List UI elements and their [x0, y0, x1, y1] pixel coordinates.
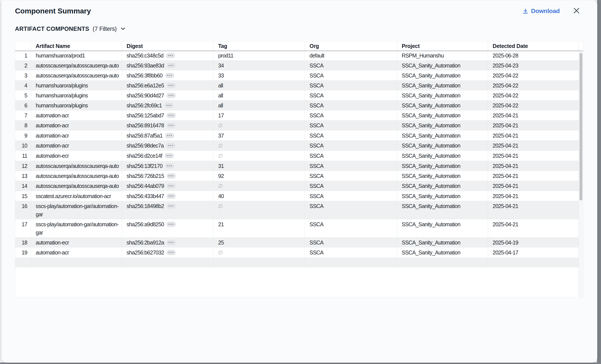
cell-digest: sha256:44ab079··· [122, 181, 213, 191]
download-button[interactable]: Download [522, 8, 560, 15]
cell-project: SSCA_Sanity_Automation [397, 191, 488, 201]
table-row: 9automation-acrsha256:87af5a1···37SSCASS… [15, 131, 579, 141]
cell-digest [122, 258, 213, 267]
digest-expand-button[interactable]: ··· [165, 163, 174, 168]
cell-detected-date: 2025-04-21 [488, 131, 579, 141]
digest-value: sha256:125abd7 [127, 112, 164, 118]
digest-expand-button[interactable]: ··· [167, 113, 176, 118]
digest-value: sha256:44ab079 [127, 183, 164, 189]
digest-expand-button[interactable]: ··· [166, 143, 175, 148]
digest-value: sha256:93ae83d [127, 62, 164, 69]
cell-row-number: 9 [15, 131, 31, 141]
cell-org: SSCA [305, 110, 397, 120]
digest-expand-button[interactable]: ··· [166, 53, 175, 58]
digest-expand-button[interactable]: ··· [167, 250, 176, 255]
cell-tag: ∅ [213, 201, 305, 219]
cell-artifact-name: autosscauserqa/autosscauserqa-auto [31, 70, 122, 80]
component-summary-modal: Component Summary Download [1, 0, 597, 363]
cell-digest: sha256:18498b2··· [122, 201, 213, 219]
cell-project: SSCA_Sanity_Automation [397, 237, 488, 247]
cell-artifact-name: automation-acr [31, 247, 122, 258]
cell-digest: sha256:8916478··· [122, 120, 213, 131]
cell-digest: sha256:d2ce14f··· [122, 151, 213, 161]
close-button[interactable] [573, 7, 580, 15]
digest-expand-button[interactable]: ··· [164, 103, 174, 108]
cell-org: SSCA [305, 131, 397, 141]
cell-digest: sha256:b627032··· [122, 247, 213, 258]
cell-tag: all [213, 90, 305, 100]
digest-expand-button[interactable]: ··· [167, 123, 176, 128]
cell-project: SSCA_Sanity_Automation [397, 141, 488, 151]
cell-row-number: 4 [15, 80, 31, 90]
cell-row-number [15, 258, 31, 267]
table-row: 3autosscauserqa/autosscauserqa-autosha25… [15, 70, 579, 80]
cell-project: SSCA_Sanity_Automation [397, 60, 488, 70]
digest-expand-button[interactable]: ··· [167, 240, 176, 245]
digest-expand-button[interactable]: ··· [165, 153, 174, 158]
cell-artifact-name: sscatest.azurecr.io/automation-acr [31, 191, 122, 201]
cell-tag: 40 [213, 191, 305, 201]
cell-project: SSCA_Sanity_Automation [397, 100, 488, 110]
cell-org: SSCA [305, 120, 397, 131]
cell-row-number: 6 [15, 100, 31, 110]
artifact-components-toggle[interactable]: ARTIFACT COMPONENTS (7 Filters) [15, 26, 125, 32]
cell-artifact-name: sscs-play/automation-gar/automation-gar [31, 201, 122, 219]
empty-tag-symbol: ∅ [218, 250, 223, 256]
cell-row-number: 8 [15, 120, 31, 131]
cell-org: default [305, 50, 397, 60]
digest-value: sha256:90d4d27 [127, 92, 164, 98]
table-row: 7automation-acrsha256:125abd7···17SSCASS… [15, 110, 579, 120]
digest-expand-button[interactable]: ··· [167, 173, 176, 178]
cell-row-number: 5 [15, 90, 31, 100]
page-title: Component Summary [15, 7, 522, 15]
empty-tag-symbol: ∅ [218, 203, 223, 209]
cell-tag: all [213, 100, 305, 110]
page-edge-bottom [0, 363, 601, 364]
cell-artifact-name: automation-acr [31, 120, 122, 131]
table-row: 12autosscauserqa/autosscauserqa-autosha2… [15, 161, 579, 171]
digest-expand-button[interactable]: ··· [167, 83, 176, 88]
column-header-digest: Digest [122, 42, 213, 50]
digest-value: sha256:2fc69c1 [127, 102, 162, 108]
table-row: 5humanshuarora/pluginssha256:90d4d27···a… [15, 90, 579, 100]
cell-row-number: 1 [15, 50, 31, 60]
cell-digest: sha256:98dec7a··· [122, 141, 213, 151]
digest-expand-button[interactable]: ··· [165, 73, 174, 78]
digest-expand-button[interactable]: ··· [167, 183, 176, 188]
cell-tag: 92 [213, 171, 305, 181]
cell-row-number: 7 [15, 110, 31, 120]
cell-tag: 17 [213, 110, 305, 120]
cell-tag: prod11 [213, 50, 305, 60]
cell-detected-date: 2025-04-21 [488, 110, 579, 120]
cell-org: SSCA [305, 191, 397, 201]
cell-artifact-name: humanshuarora/plugins [31, 90, 122, 100]
cell-detected-date [488, 258, 579, 267]
digest-expand-button[interactable]: ··· [167, 63, 176, 68]
table-row: 15sscatest.azurecr.io/automation-acrsha2… [15, 191, 579, 201]
cell-row-number: 19 [15, 247, 31, 258]
cell-tag: ∅ [213, 141, 305, 151]
cell-row-number: 16 [15, 201, 31, 219]
cell-org: SSCA [305, 80, 397, 90]
cell-detected-date: 2025-04-23 [488, 60, 579, 70]
cell-artifact-name: autosscauserqa/autosscauserqa-auto [31, 171, 122, 181]
cell-project: SSCA_Sanity_Automation [397, 80, 488, 90]
digest-expand-button[interactable]: ··· [167, 222, 176, 227]
digest-expand-button[interactable]: ··· [167, 204, 176, 209]
table-row: 19automation-acrsha256:b627032···∅SSCASS… [15, 247, 579, 258]
table-scrollbar-thumb[interactable] [580, 53, 582, 200]
column-header-artifact-name: Artifact Name [31, 42, 122, 50]
cell-detected-date: 2025-04-22 [488, 80, 579, 90]
cell-org: SSCA [305, 70, 397, 80]
digest-expand-button[interactable]: ··· [167, 93, 176, 98]
cell-row-number: 13 [15, 171, 31, 181]
digest-expand-button[interactable]: ··· [167, 194, 176, 199]
cell-detected-date: 2025-04-21 [488, 181, 579, 191]
cell-tag: ∅ [213, 181, 305, 191]
table-row: 6humanshuarora/pluginssha256:2fc69c1···a… [15, 100, 579, 110]
cell-org: SSCA [305, 161, 397, 171]
cell-row-number: 15 [15, 191, 31, 201]
digest-expand-button[interactable]: ··· [165, 133, 174, 138]
cell-artifact-name: automation-ecr [31, 237, 122, 247]
digest-value: sha256:13f2170 [127, 163, 162, 169]
